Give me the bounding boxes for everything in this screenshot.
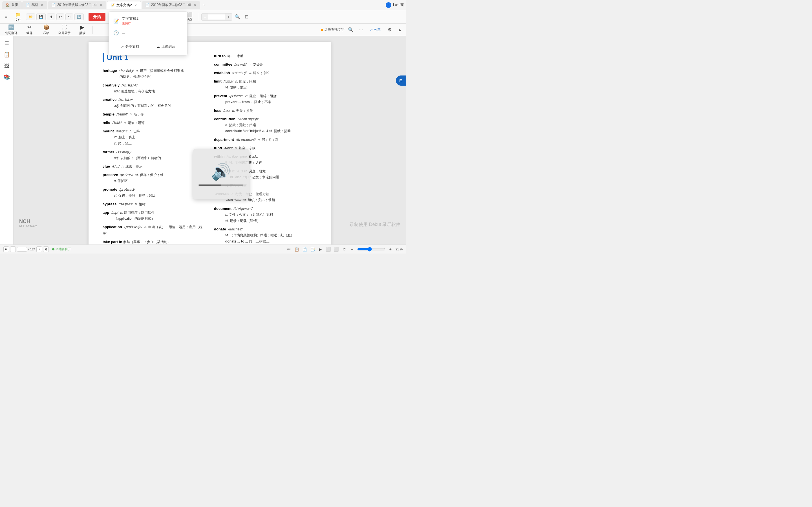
file-label: 文件 [15, 18, 21, 22]
grid-icon: ⊞ [399, 78, 403, 83]
play-status-button[interactable]: ▶ [318, 246, 323, 252]
fit-page-button[interactable]: ⬜ [326, 246, 331, 252]
word-entry-turn-to: turn to 向……求助 [214, 53, 317, 59]
page-view-button[interactable]: 📋 [294, 246, 300, 252]
dropdown-clock-icon: 🕐 [113, 30, 119, 36]
more-button[interactable]: ⋯ [357, 26, 365, 34]
kaishi-label: 开始 [93, 14, 101, 19]
dropdown-file-name: 文字文稿2 [122, 16, 139, 21]
tab-doc3[interactable]: 📄 2019年新改版...修02二.pdf ✕ [142, 1, 200, 9]
sidebar-images-icon[interactable]: 🖼 [2, 61, 12, 71]
doc1-tab-close[interactable]: ✕ [99, 3, 103, 7]
draft-tab-label: 稿稿 [32, 3, 38, 7]
crop-button[interactable]: ✂ 裁屏 [21, 24, 37, 35]
print-button[interactable]: 🖨 [47, 13, 55, 20]
spread-button[interactable]: 📑 [310, 246, 315, 252]
tab-home[interactable]: 🏠 首页 [2, 1, 22, 9]
open-icon: 📂 [29, 15, 33, 19]
dropdown-file-item[interactable]: 📝 文字文稿2 未保存 [109, 14, 187, 28]
word-entry-promote: promote /prəˈməʊt/ vt. 促进；提升；推销；晋级 [103, 186, 206, 199]
zoom-reset-button[interactable]: ⊡ [243, 13, 250, 21]
draft-tab-close[interactable]: ✕ [40, 3, 44, 7]
sync-label: 点击查找文字 [324, 27, 345, 32]
audio-widget[interactable]: 🔊 [193, 149, 249, 200]
main-layout: ☰ 📋 🖼 📚 Unit 1 heritage /ˈherɪtɪdʒ/ n. 遗… [0, 36, 406, 244]
expand-button[interactable]: ▲ [396, 26, 404, 34]
first-page-button[interactable]: ⟨⟨ [3, 246, 9, 252]
play-label: 播放 [79, 31, 86, 35]
file-icon: 📁 [15, 12, 21, 17]
share-doc-label: 分享文档 [125, 44, 139, 49]
prev-page-button[interactable]: ⟨ [10, 246, 16, 252]
settings-button[interactable]: ⚙ [386, 26, 394, 34]
share-doc-icon: ↗ [121, 45, 124, 49]
dropdown-time: — [122, 31, 125, 35]
page-nav: ⟨⟨ ⟨ 108 / 124 ⟩ ⟩⟩ [3, 246, 49, 252]
doc3-tab-close[interactable]: ✕ [193, 3, 197, 7]
translate-button[interactable]: 🔤 划词翻译 [2, 24, 20, 35]
upload-cloud-button[interactable]: ☁ 上传到云 [153, 43, 179, 51]
new-tab-button[interactable]: + [201, 2, 207, 8]
zoom-in-status-button[interactable]: + [388, 246, 393, 252]
open-button[interactable]: 📂 [26, 13, 35, 20]
kaishi-button[interactable]: 开始 [89, 13, 105, 21]
word-entry-temple: temple /ˈtempl/ n. 庙；寺 [103, 111, 206, 117]
eye-button[interactable]: 👁 [286, 246, 292, 252]
tab-doc1[interactable]: 📄 2019年新改版...修02二.pdf ✕ [48, 1, 106, 9]
play-button[interactable]: ▶ 播放 [74, 24, 90, 35]
sidebar-pages-icon[interactable]: 📋 [2, 50, 12, 60]
zoom-input[interactable]: 91.01% [208, 15, 225, 19]
print-icon: 🖨 [49, 15, 53, 19]
page-input[interactable]: 108 [17, 247, 27, 251]
doc2-tab-icon: 📝 [110, 3, 115, 7]
redo-icon: ↪ [68, 15, 71, 19]
sidebar-menu-icon[interactable]: ☰ [2, 38, 12, 48]
audio-speaker-icon: 🔊 [211, 163, 231, 181]
word-entry-establish: establish /ɪˈstæblɪʃ/ vt. 建立；创立 [214, 70, 317, 76]
tab-draft[interactable]: 📄 稿稿 ✕ [22, 1, 47, 9]
file-button[interactable]: 📁 文件 [11, 11, 25, 22]
undo-button[interactable]: ↩ [56, 13, 64, 20]
rotate-button[interactable]: ↺ [342, 246, 347, 252]
single-page-button[interactable]: 📄 [302, 246, 308, 252]
share-label: 分享 [374, 27, 380, 32]
share-icon: ↗ [370, 28, 373, 32]
word-entry-contribution: contribution /ˌkɒntrɪˈbjuːʃn/ n. 捐款；贡献；捐… [214, 116, 317, 134]
save-button[interactable]: 💾 [36, 13, 46, 20]
doc1-tab-icon: 📄 [51, 3, 56, 7]
word-entry-former: former /ˈfɔːmə(r)/ adj. 以前的；（两者中）前者的 [103, 149, 206, 161]
next-page-button[interactable]: ⟩ [36, 246, 42, 252]
zoom-slider[interactable] [357, 247, 386, 251]
word-entry-clue: clue /kluː/ n. 线索；提示 [103, 163, 206, 170]
compress-button[interactable]: 📦 压缩 [38, 24, 54, 35]
nch-watermark: NCH NCH Software [19, 219, 37, 228]
user-name: Luke亮 [393, 3, 404, 7]
fullscreen-icon: ⛶ [62, 24, 67, 31]
word-entry-donate: donate /dəʊˈneɪt/ vt. （作为向慈善机构）捐赠；赠送；献（血… [214, 226, 317, 244]
sidebar-bookmarks-icon[interactable]: 📚 [2, 72, 12, 82]
menu-button[interactable]: ≡ [2, 13, 10, 21]
blue-circle-button[interactable]: ⊞ [396, 75, 406, 86]
statusbar: ⟨⟨ ⟨ 108 / 124 ⟩ ⟩⟩ 本地备份开 👁 📋 📄 📑 ▶ ⬜ ⬜ … [0, 244, 406, 253]
share-doc-button[interactable]: ↗ 分享文档 [117, 43, 142, 51]
tab-doc2[interactable]: 📝 文字文稿2 ✕ [107, 1, 141, 9]
redo-button[interactable]: ↪ [65, 13, 73, 20]
fit-width-button[interactable]: ⬜ [334, 246, 339, 252]
audio-progress-bar[interactable] [199, 184, 244, 186]
last-page-button[interactable]: ⟩⟩ [43, 246, 49, 252]
draft-tab-icon: 📄 [26, 3, 30, 7]
search-button[interactable]: 🔍 [347, 26, 355, 34]
nch-sub: NCH Software [19, 224, 37, 228]
share-button[interactable]: ↗ 分享 [367, 26, 384, 33]
word-entry-cypress: cypress /ˈsaɪprəs/ n. 柏树 [103, 201, 206, 207]
zoom-out-button[interactable]: − [202, 13, 208, 20]
doc2-tab-close[interactable]: ✕ [134, 3, 138, 7]
convert-button[interactable]: 🔄 [74, 13, 84, 20]
crop-icon: ✂ [28, 24, 32, 31]
word-entry-creatively: creatively /kriːˈeɪtɪvli/ adv. 创造性地；有创造力… [103, 82, 206, 95]
zoom-out-status-button[interactable]: − [349, 246, 355, 252]
zoom-search-button[interactable]: 🔍 [234, 13, 241, 21]
save-icon: 💾 [39, 15, 43, 19]
zoom-in-button[interactable]: + [225, 13, 232, 20]
fullscreen-button[interactable]: ⛶ 全屏显示 [55, 24, 73, 35]
